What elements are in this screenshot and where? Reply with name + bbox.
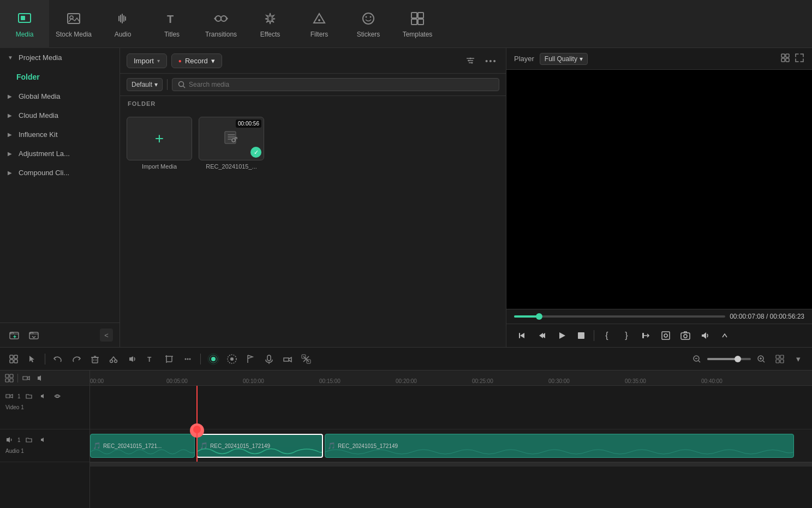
new-folder-button[interactable]	[7, 327, 22, 343]
audio-volume-btn[interactable]	[37, 434, 49, 446]
sidebar-item-folder[interactable]: Folder	[0, 67, 120, 87]
more-tools[interactable]	[180, 351, 196, 367]
sidebar-item-adjustment-layer[interactable]: ▶ Adjustment La...	[0, 144, 120, 163]
audio-clip-2[interactable]: 🎵 REC_20241015_172149	[196, 434, 323, 458]
ruler-tick-6: 00:30:00	[548, 378, 570, 385]
progress-thumb	[536, 313, 542, 320]
svg-rect-12	[411, 13, 417, 18]
player-header-icons	[780, 53, 804, 64]
layout-dropdown-button[interactable]: ▾	[790, 351, 807, 367]
record-chevron-icon: ▾	[211, 57, 215, 65]
grid-layout-button[interactable]	[772, 351, 788, 367]
nav-item-templates[interactable]: Templates	[393, 0, 442, 48]
expand-arrow-compound: ▶	[8, 170, 14, 176]
add-track-button[interactable]	[3, 372, 15, 384]
grid-view-icon[interactable]	[780, 53, 790, 64]
video-folder-btn[interactable]	[23, 390, 35, 402]
svg-rect-13	[418, 13, 423, 18]
import-button[interactable]: Import ▾	[127, 53, 167, 68]
waveform-1	[91, 446, 195, 457]
templates-icon	[409, 10, 426, 27]
svg-rect-69	[776, 360, 779, 363]
sidebar-item-influence-kit[interactable]: ▶ Influence Kit	[0, 125, 120, 144]
timeline-scrollbar[interactable]	[90, 462, 812, 467]
flag-tool[interactable]	[242, 351, 259, 367]
add-audio-track-button[interactable]	[34, 372, 46, 384]
motion-tool[interactable]	[224, 351, 240, 367]
svg-point-36	[664, 334, 667, 337]
nav-item-transitions[interactable]: Transitions	[196, 0, 246, 48]
sidebar-item-compound-clip[interactable]: ▶ Compound Cli...	[0, 163, 120, 182]
multicam-tool[interactable]	[279, 351, 296, 367]
more-options-btn[interactable]: •••	[483, 52, 499, 69]
audio-clip-3[interactable]: 🎵 REC_20241015_172149	[325, 434, 794, 458]
sidebar-item-global-media[interactable]: ▶ Global Media	[0, 87, 120, 106]
collapse-sidebar-button[interactable]: <	[100, 328, 113, 342]
expand-arrow-global: ▶	[8, 93, 14, 99]
mark-in-button[interactable]: {	[599, 327, 615, 344]
fullscreen-icon[interactable]	[795, 53, 804, 64]
stickers-icon	[360, 10, 377, 27]
nav-item-stock-media[interactable]: Stock Media	[49, 0, 98, 48]
nav-item-filters[interactable]: Filters	[295, 0, 344, 48]
stop-button[interactable]	[573, 327, 589, 344]
insert-button[interactable]	[638, 327, 654, 344]
timeline-body: 1	[0, 370, 812, 508]
volume-button[interactable]	[697, 327, 713, 344]
nav-label-filters: Filters	[311, 31, 329, 38]
cut-button[interactable]	[105, 351, 122, 367]
audio-tool[interactable]	[124, 351, 140, 367]
sort-select[interactable]: Default ▾	[127, 78, 163, 91]
svg-line-62	[698, 361, 700, 362]
video-track-row: ✂	[90, 386, 812, 429]
audio-clip-1[interactable]: 🎵 REC_20241015_1721...	[90, 434, 195, 458]
progress-bar[interactable]	[514, 315, 725, 318]
sidebar-item-cloud-media[interactable]: ▶ Cloud Media	[0, 106, 120, 125]
svg-point-55	[230, 357, 234, 361]
quality-select[interactable]: Full Quality ▾	[540, 53, 588, 65]
zoom-slider[interactable]	[707, 358, 751, 360]
skip-back-button[interactable]	[514, 327, 530, 344]
export-button[interactable]	[658, 327, 674, 344]
delete-button[interactable]	[87, 351, 103, 367]
nav-item-effects[interactable]: Effects	[246, 0, 295, 48]
rec-media-item[interactable]: 00:00:56 ✓ REC_20241015_...	[199, 117, 264, 170]
media-toolbar: Import ▾ ● Record ▾ •••	[120, 48, 506, 74]
filter-icon-btn[interactable]	[462, 52, 479, 69]
more-controls-button[interactable]	[717, 327, 733, 344]
search-input[interactable]	[189, 81, 493, 88]
voice-tool[interactable]	[261, 351, 277, 367]
text-tool[interactable]: T	[142, 351, 159, 367]
frame-back-button[interactable]	[534, 327, 550, 344]
nav-item-titles[interactable]: T Titles	[147, 0, 196, 48]
effects-icon	[261, 10, 279, 27]
play-button[interactable]	[553, 327, 570, 344]
audio-file-icon	[222, 127, 241, 150]
nav-item-audio[interactable]: Audio	[98, 0, 147, 48]
scenes-tool[interactable]	[5, 351, 22, 367]
sidebar-item-project-media[interactable]: ▼ Project Media	[0, 48, 120, 67]
redo-button[interactable]	[68, 351, 85, 367]
mark-out-button[interactable]: }	[618, 327, 635, 344]
select-tool[interactable]	[24, 351, 40, 367]
zoom-out-button[interactable]	[689, 351, 705, 367]
record-button[interactable]: ● Record ▾	[171, 53, 222, 68]
nav-item-media[interactable]: Media	[0, 0, 49, 48]
zoom-in-button[interactable]	[753, 351, 769, 367]
screenshot-button[interactable]	[677, 327, 694, 344]
collapse-icon: <	[104, 331, 109, 339]
svg-point-48	[185, 358, 187, 360]
video-volume-btn[interactable]	[37, 390, 49, 402]
ripple-tool[interactable]	[205, 351, 222, 367]
crop-tool[interactable]	[161, 351, 177, 367]
svg-rect-70	[780, 360, 784, 363]
open-folder-button[interactable]	[26, 327, 41, 343]
nav-item-stickers[interactable]: Stickers	[344, 0, 393, 48]
audio-folder-btn[interactable]	[23, 434, 35, 446]
split-tool[interactable]	[298, 351, 314, 367]
video-visibility-btn[interactable]	[51, 390, 63, 402]
undo-button[interactable]	[50, 351, 66, 367]
timeline-track-controls: 1	[0, 370, 90, 508]
import-media-item[interactable]: + Import Media	[127, 117, 192, 170]
add-video-track-button[interactable]	[20, 372, 32, 384]
